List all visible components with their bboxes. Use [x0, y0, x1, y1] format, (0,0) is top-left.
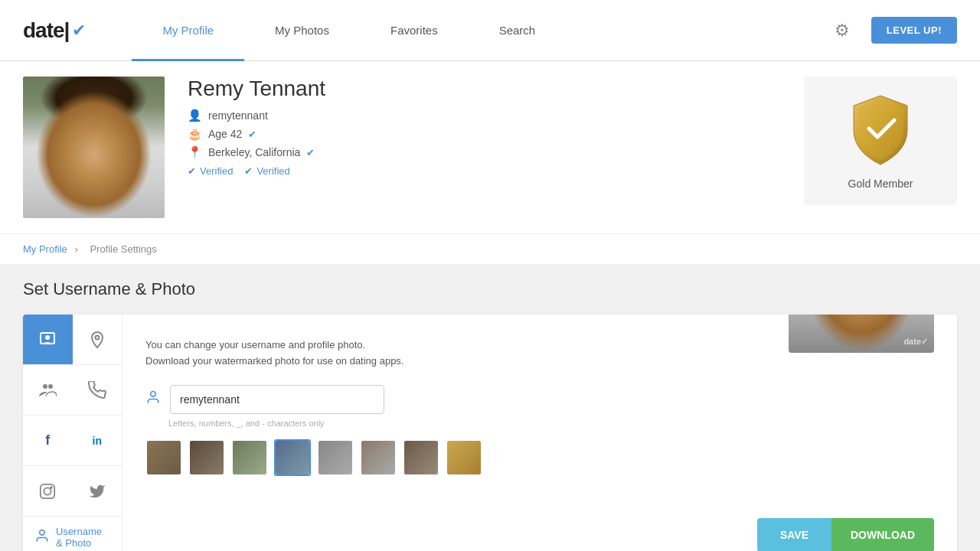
- age-verified-icon: ✔: [248, 129, 256, 140]
- breadcrumb-current: Profile Settings: [90, 243, 156, 255]
- sidebar-row-2: [23, 365, 122, 416]
- header-right: ⚙ LEVEL UP!: [828, 17, 957, 44]
- photo-watermark: date✓: [903, 337, 928, 347]
- sidebar-row-4: [23, 466, 122, 517]
- thumb-8[interactable]: [446, 439, 482, 476]
- breadcrumb: My Profile › Profile Settings: [0, 234, 980, 264]
- verified-label-1: Verified: [200, 165, 233, 177]
- profile-age-row: 🎂 Age 42 ✔: [188, 127, 781, 141]
- svg-point-8: [40, 530, 45, 535]
- save-button[interactable]: SAVE: [757, 518, 831, 551]
- thumb-3[interactable]: [231, 439, 268, 476]
- content-panel: date✓ You can change your username and p…: [122, 315, 957, 551]
- verified-badge-1: ✔ Verified: [188, 165, 233, 177]
- svg-point-1: [45, 335, 50, 340]
- content-footer: SAVE DOWNLOAD: [145, 507, 934, 551]
- thumb-1[interactable]: [145, 439, 182, 476]
- svg-point-9: [151, 392, 156, 397]
- svg-point-3: [43, 384, 47, 389]
- svg-point-2: [95, 335, 99, 339]
- verified-row: ✔ Verified ✔ Verified: [188, 165, 781, 177]
- location-icon: 📍: [188, 145, 202, 159]
- logo-text: date|: [23, 18, 69, 43]
- profile-username: remytennant: [208, 109, 268, 122]
- sidebar-linkedin-btn[interactable]: in: [73, 416, 122, 465]
- svg-point-6: [44, 487, 51, 494]
- level-up-button[interactable]: LEVEL UP!: [871, 17, 957, 44]
- svg-rect-5: [41, 484, 54, 497]
- header: date| ✔ My Profile My Photos Favorites S…: [0, 0, 980, 61]
- profile-username-row: 👤 remytennant: [188, 109, 781, 122]
- profile-age: Age 42: [208, 128, 242, 140]
- main-content: Set Username & Photo f: [0, 264, 980, 551]
- nav-my-profile[interactable]: My Profile: [132, 0, 244, 61]
- username-input[interactable]: [170, 385, 384, 414]
- svg-point-7: [51, 487, 52, 488]
- verified-icon-1: ✔: [188, 165, 196, 177]
- sidebar-twitter-btn[interactable]: [73, 466, 122, 516]
- user-icon: 👤: [188, 109, 202, 122]
- settings-container: f in Username & Photo: [23, 315, 957, 551]
- logo: date| ✔: [23, 18, 86, 43]
- gold-shield-icon: [846, 92, 915, 168]
- profile-name: Remy Tennant: [188, 77, 781, 101]
- verified-label-2: Verified: [256, 165, 289, 177]
- section-title: Set Username & Photo: [23, 279, 957, 299]
- sidebar-username-photo-row[interactable]: Username & Photo: [23, 517, 122, 551]
- sidebar-row-1: [23, 315, 122, 365]
- breadcrumb-parent[interactable]: My Profile: [23, 243, 67, 255]
- profile-photo: [23, 77, 165, 218]
- username-field-icon: [145, 390, 161, 409]
- thumb-6[interactable]: [360, 439, 397, 476]
- sidebar-icons: f in Username & Photo: [23, 315, 122, 551]
- gold-member-label: Gold Member: [848, 178, 913, 190]
- gold-member-box: Gold Member: [804, 77, 957, 205]
- age-icon: 🎂: [188, 127, 202, 141]
- sidebar-location-btn[interactable]: [73, 315, 122, 364]
- logo-checkmark: ✔: [72, 21, 86, 41]
- sidebar-friends-btn[interactable]: [23, 365, 73, 415]
- sidebar-phone-btn[interactable]: [73, 365, 122, 415]
- breadcrumb-separator: ›: [74, 243, 77, 255]
- thumb-7[interactable]: [403, 439, 439, 476]
- verified-badge-2: ✔ Verified: [244, 165, 289, 177]
- sidebar-bottom-icon: [34, 528, 50, 547]
- sidebar-row-3: f in: [23, 416, 122, 466]
- settings-gear-icon[interactable]: ⚙: [828, 17, 856, 44]
- profile-location-row: 📍 Berkeley, California ✔: [188, 145, 781, 159]
- nav-my-photos[interactable]: My Photos: [244, 0, 360, 61]
- svg-point-4: [48, 384, 53, 389]
- main-nav: My Profile My Photos Favorites Search: [132, 0, 828, 61]
- sidebar-facebook-btn[interactable]: f: [23, 416, 73, 465]
- sidebar-instagram-btn[interactable]: [23, 466, 73, 516]
- profile-section: Remy Tennant 👤 remytennant 🎂 Age 42 ✔ 📍 …: [0, 61, 980, 234]
- input-hint: Letters, numbers, _, and - characters on…: [168, 419, 934, 428]
- verified-icon-2: ✔: [244, 165, 253, 177]
- thumb-2[interactable]: [188, 439, 225, 476]
- thumb-4[interactable]: [274, 439, 311, 476]
- download-button[interactable]: DOWNLOAD: [831, 518, 934, 551]
- profile-location: Berkeley, California: [208, 146, 300, 158]
- thumb-5[interactable]: [317, 439, 354, 476]
- profile-info: Remy Tennant 👤 remytennant 🎂 Age 42 ✔ 📍 …: [188, 77, 781, 177]
- sidebar-username-label: Username & Photo: [56, 526, 110, 549]
- username-input-row: [145, 385, 934, 414]
- profile-photo-preview: date✓: [789, 315, 934, 353]
- nav-favorites[interactable]: Favorites: [360, 0, 469, 61]
- location-verified-icon: ✔: [306, 147, 315, 158]
- nav-search[interactable]: Search: [469, 0, 567, 61]
- sidebar-user-photo-btn[interactable]: [23, 315, 73, 364]
- photo-thumbnails: [145, 439, 934, 476]
